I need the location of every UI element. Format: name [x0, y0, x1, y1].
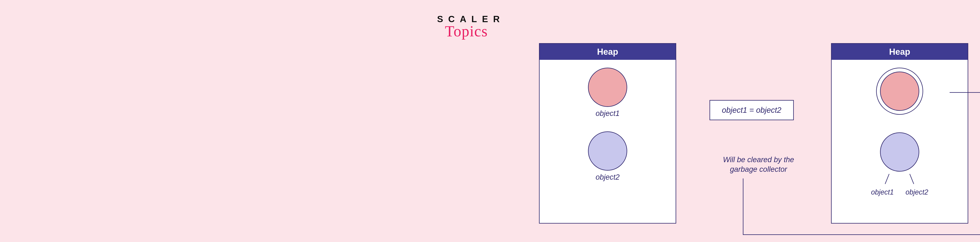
- assignment-expression: object1 = object2: [710, 100, 794, 120]
- connector-line: [743, 178, 743, 235]
- heap-right-top-obj: [876, 68, 923, 115]
- connector-line: [743, 234, 980, 235]
- circle-icon: [880, 72, 919, 111]
- connector-line: [910, 174, 914, 184]
- gc-ring-icon: [876, 68, 923, 115]
- circle-icon: [588, 131, 627, 170]
- gc-caption-line1: Will be cleared by the: [723, 156, 794, 164]
- logo-text-bottom: Topics: [445, 22, 519, 40]
- heap-left-body: object1 object2: [539, 60, 676, 193]
- heap-right-title: Heap: [832, 44, 968, 60]
- code-text: object1 = object2: [722, 106, 781, 114]
- object1-label: object1: [596, 109, 620, 118]
- circle-icon: [588, 68, 627, 107]
- heap-box-right: Heap object1 object2: [831, 43, 968, 224]
- heap-right-body: object1 object2: [832, 60, 968, 208]
- scaler-logo: SCALER Topics: [437, 14, 519, 40]
- connector-line: [950, 92, 980, 93]
- gc-caption: Will be cleared by the garbage collector: [710, 155, 808, 174]
- diagram-canvas: SCALER Topics Heap object1 object2 objec…: [437, 14, 980, 228]
- object2-label: object2: [596, 173, 620, 182]
- heap-left-object2: object2: [588, 131, 627, 182]
- gc-caption-line2: garbage collector: [730, 165, 787, 174]
- heap-right-shared-obj: object1 object2: [870, 132, 929, 196]
- heap-box-left: Heap object1 object2: [539, 43, 676, 224]
- connector-line: [885, 174, 889, 184]
- heap-left-object1: object1: [588, 68, 627, 118]
- circle-icon: [880, 132, 919, 172]
- heap-left-title: Heap: [539, 44, 676, 60]
